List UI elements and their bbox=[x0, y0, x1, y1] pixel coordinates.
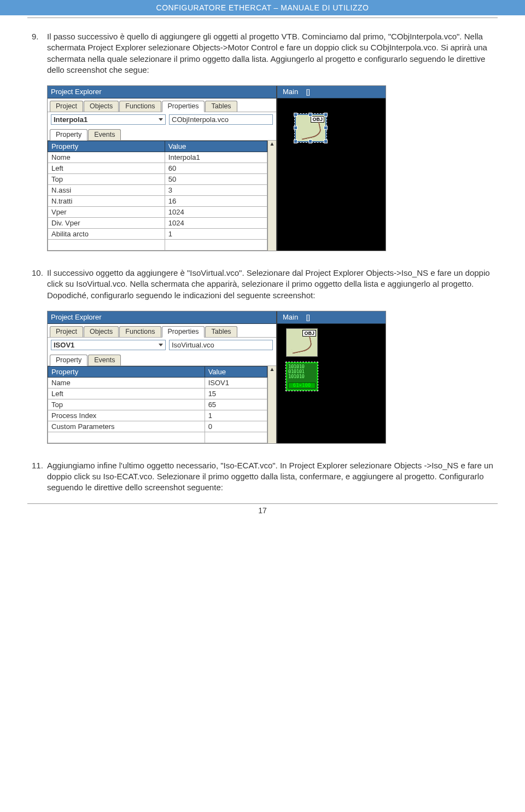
obj-swoosh-icon bbox=[290, 335, 313, 353]
table-row[interactable]: Vper1024 bbox=[48, 207, 267, 218]
step-10: 10. Il successivo oggetto da aggiungere … bbox=[32, 268, 493, 301]
tab-functions[interactable]: Functions bbox=[119, 101, 161, 112]
object-class-field[interactable]: IsoVirtual.vco bbox=[169, 340, 273, 350]
table-row[interactable]: NameISOV1 bbox=[48, 377, 267, 388]
table-row[interactable]: Abilita arcto1 bbox=[48, 229, 267, 240]
step-11-text: Aggiungiamo infine l'ultimo oggetto nece… bbox=[47, 460, 493, 494]
step-10-number: 10. bbox=[32, 268, 47, 301]
subtab-property[interactable]: Property bbox=[50, 355, 88, 366]
header-rule bbox=[27, 18, 498, 18]
resize-handle[interactable] bbox=[294, 126, 298, 130]
step-10-text: Il successivo oggetto da aggiungere è "I… bbox=[47, 268, 493, 301]
scrollbar-up-icon[interactable]: ▲ bbox=[267, 141, 276, 251]
table-row bbox=[48, 240, 267, 251]
object-class-field[interactable]: CObjInterpola.vco bbox=[169, 114, 273, 125]
step-11: 11. Aggiungiamo infine l'ultimo oggetto … bbox=[32, 460, 493, 494]
caret-icon bbox=[159, 344, 163, 346]
resize-handle[interactable] bbox=[324, 140, 328, 143]
property-table: Property Value NomeInterpola1 Left60 Top… bbox=[48, 141, 267, 251]
tab-objects[interactable]: Objects bbox=[84, 326, 119, 337]
tab-properties[interactable]: Properties bbox=[162, 326, 205, 338]
col-value: Value bbox=[165, 141, 267, 152]
step-9: 9. Il passo successivo è quello di aggiu… bbox=[32, 31, 493, 76]
resize-handle[interactable] bbox=[324, 126, 328, 130]
canvas-area[interactable]: OBJ bbox=[277, 98, 386, 151]
screenshot-isovirtual: Project Explorer Project Objects Functio… bbox=[47, 311, 386, 444]
project-explorer-panel: Project Explorer Project Objects Functio… bbox=[48, 311, 277, 443]
resize-handle[interactable] bbox=[308, 113, 312, 117]
table-header-row: Property Value bbox=[48, 141, 267, 152]
table-row[interactable]: Left15 bbox=[48, 388, 267, 399]
tab-tables[interactable]: Tables bbox=[205, 326, 237, 337]
explorer-tabs: Project Objects Functions Properties Tab… bbox=[48, 324, 276, 337]
resize-handle[interactable] bbox=[294, 113, 298, 117]
scrollbar-up-icon[interactable]: ▲ bbox=[267, 366, 276, 443]
canvas-title: Main [] bbox=[277, 311, 386, 324]
subtab-events[interactable]: Events bbox=[88, 355, 121, 366]
page-number: 17 bbox=[27, 503, 498, 515]
table-row[interactable]: Top50 bbox=[48, 174, 267, 185]
object-name-combo[interactable]: Interpola1 bbox=[51, 114, 166, 125]
table-row[interactable]: Top65 bbox=[48, 399, 267, 410]
object-selector-row: Interpola1 CObjInterpola.vco bbox=[48, 112, 276, 127]
col-property: Property bbox=[48, 366, 205, 377]
table-row[interactable]: NomeInterpola1 bbox=[48, 152, 267, 163]
table-row[interactable]: Custom Parameters0 bbox=[48, 421, 267, 432]
tab-project[interactable]: Project bbox=[50, 326, 83, 337]
property-table: Property Value NameISOV1 Left15 Top65 Pr… bbox=[48, 366, 267, 443]
canvas-object-interpola[interactable]: OBJ bbox=[295, 114, 326, 142]
canvas-panel: Main [] OBJ bbox=[277, 86, 386, 251]
project-explorer-panel: Project Explorer Project Objects Functio… bbox=[48, 86, 277, 251]
canvas-title: Main [] bbox=[277, 86, 386, 98]
table-row[interactable]: Div. Vper1024 bbox=[48, 218, 267, 229]
tab-properties[interactable]: Properties bbox=[162, 101, 205, 112]
tab-objects[interactable]: Objects bbox=[84, 101, 119, 112]
step-9-number: 9. bbox=[32, 31, 47, 76]
object-class-value: CObjInterpola.vco bbox=[172, 115, 229, 124]
screenshot-interpola: Project Explorer Project Objects Functio… bbox=[47, 85, 386, 251]
table-row bbox=[48, 432, 267, 443]
table-row[interactable]: Left60 bbox=[48, 163, 267, 174]
object-name-value: Interpola1 bbox=[54, 115, 88, 124]
tab-functions[interactable]: Functions bbox=[119, 326, 161, 337]
subtab-property[interactable]: Property bbox=[50, 129, 88, 141]
table-header-row: Property Value bbox=[48, 366, 267, 377]
bits-line: 101010 bbox=[288, 374, 316, 379]
object-name-combo[interactable]: ISOV1 bbox=[51, 340, 166, 350]
resize-handle[interactable] bbox=[308, 140, 312, 143]
canvas-panel: Main [] OBJ 101010 010101 101010 61×100 bbox=[277, 311, 386, 443]
tab-project[interactable]: Project bbox=[50, 101, 83, 112]
resize-handle[interactable] bbox=[324, 113, 328, 117]
green-label: 61×100 bbox=[288, 382, 316, 388]
explorer-tabs: Project Objects Functions Properties Tab… bbox=[48, 98, 276, 112]
subtab-events[interactable]: Events bbox=[88, 129, 121, 140]
obj-swoosh-icon bbox=[299, 121, 323, 140]
col-value: Value bbox=[205, 366, 267, 377]
property-subtabs: Property Events bbox=[48, 127, 276, 140]
canvas-object-interpola[interactable]: OBJ bbox=[286, 328, 318, 357]
canvas-area[interactable]: OBJ 101010 010101 101010 61×100 bbox=[277, 324, 386, 395]
table-row[interactable]: N.assi3 bbox=[48, 185, 267, 196]
step-11-number: 11. bbox=[32, 460, 47, 494]
project-explorer-title: Project Explorer bbox=[48, 86, 276, 98]
object-selector-row: ISOV1 IsoVirtual.vco bbox=[48, 337, 276, 352]
col-property: Property bbox=[48, 141, 165, 152]
page-header: CONFIGURATORE ETHERCAT – MANUALE DI UTIL… bbox=[0, 0, 525, 15]
table-row[interactable]: Process Index1 bbox=[48, 410, 267, 421]
table-row[interactable]: N.tratti16 bbox=[48, 196, 267, 207]
property-subtabs: Property Events bbox=[48, 352, 276, 366]
tab-tables[interactable]: Tables bbox=[205, 101, 237, 112]
resize-handle[interactable] bbox=[294, 140, 298, 143]
object-name-value: ISOV1 bbox=[54, 341, 74, 349]
project-explorer-title: Project Explorer bbox=[48, 311, 276, 324]
step-9-text: Il passo successivo è quello di aggiunge… bbox=[47, 31, 493, 76]
canvas-object-isovirtual[interactable]: 101010 010101 101010 61×100 bbox=[286, 362, 318, 391]
object-class-value: IsoVirtual.vco bbox=[172, 341, 214, 349]
caret-icon bbox=[159, 118, 163, 121]
